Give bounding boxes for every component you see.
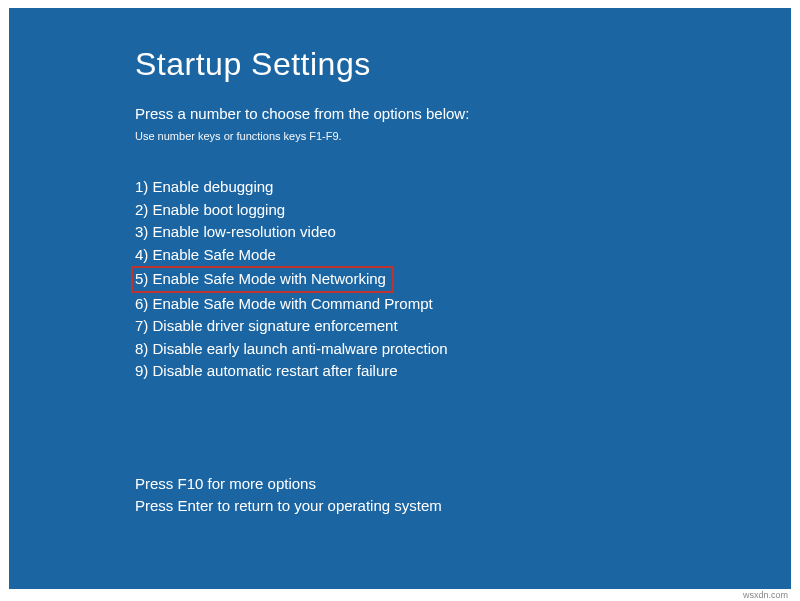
hint-text: Use number keys or functions keys F1-F9. — [135, 130, 791, 142]
boot-option-7[interactable]: 7) Disable driver signature enforcement — [135, 315, 791, 338]
footer-return: Press Enter to return to your operating … — [135, 495, 791, 517]
boot-option-1[interactable]: 1) Enable debugging — [135, 176, 791, 199]
boot-option-8[interactable]: 8) Disable early launch anti-malware pro… — [135, 338, 791, 361]
watermark-text: wsxdn.com — [743, 590, 788, 600]
boot-option-4[interactable]: 4) Enable Safe Mode — [135, 244, 791, 267]
boot-option-3[interactable]: 3) Enable low-resolution video — [135, 221, 791, 244]
boot-option-5[interactable]: 5) Enable Safe Mode with Networking — [131, 266, 394, 293]
boot-options-list: 1) Enable debugging2) Enable boot loggin… — [135, 176, 791, 383]
boot-option-9[interactable]: 9) Disable automatic restart after failu… — [135, 360, 791, 383]
footer-more-options: Press F10 for more options — [135, 473, 791, 495]
startup-settings-screen: Startup Settings Press a number to choos… — [9, 8, 791, 589]
page-title: Startup Settings — [135, 46, 791, 83]
prompt-text: Press a number to choose from the option… — [135, 105, 791, 122]
boot-option-6[interactable]: 6) Enable Safe Mode with Command Prompt — [135, 293, 791, 316]
boot-option-2[interactable]: 2) Enable boot logging — [135, 199, 791, 222]
